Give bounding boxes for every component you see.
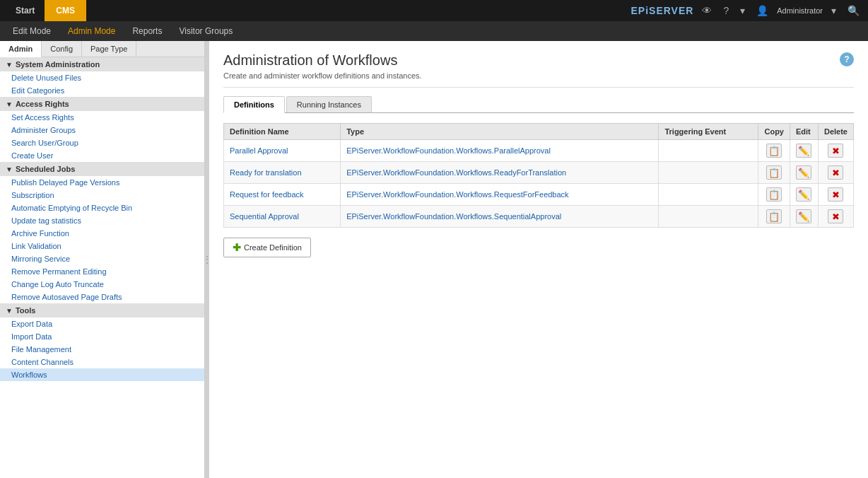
section-system-admin-label: System Administration [16, 60, 100, 69]
tab-page-type[interactable]: Page Type [82, 41, 136, 57]
def-name-link-1[interactable]: Ready for translation [230, 168, 302, 177]
table-row: Ready for translation EPiServer.Workflow… [224, 162, 854, 184]
def-name-link-0[interactable]: Parallel Approval [230, 146, 288, 155]
copy-button-0[interactable]: 📋 [766, 144, 782, 158]
cell-type-2: EPiServer.WorkflowFoundation.Workflows.R… [341, 184, 659, 206]
user-label[interactable]: Administrator [777, 6, 823, 15]
copy-button-2[interactable]: 📋 [766, 187, 782, 202]
type-link-0[interactable]: EPiServer.WorkflowFoundation.Workflows.P… [346, 146, 551, 155]
copy-icon-2: 📋 [768, 190, 780, 200]
sidebar-tabs: Admin Config Page Type [0, 41, 204, 57]
topbar-right: EPiSERVER 👁 ? ▾ 👤 Administrator ▾ 🔍 [631, 5, 862, 16]
edit-icon-1: ✏️ [798, 168, 809, 178]
nav-visitor-groups[interactable]: Visitor Groups [172, 23, 240, 39]
cell-delete-2: ✖ [818, 184, 853, 206]
copy-icon-1: 📋 [768, 168, 780, 178]
sidebar-item-import[interactable]: Import Data [0, 330, 204, 343]
col-header-triggering: Triggering Event [659, 124, 758, 140]
type-link-1[interactable]: EPiServer.WorkflowFoundation.Workflows.R… [346, 168, 566, 177]
cell-delete-0: ✖ [818, 140, 853, 162]
edit-button-0[interactable]: ✏️ [796, 144, 811, 158]
type-link-2[interactable]: EPiServer.WorkflowFoundation.Workflows.R… [346, 190, 568, 199]
edit-button-3[interactable]: ✏️ [796, 209, 811, 223]
nav-edit-mode[interactable]: Edit Mode [6, 23, 58, 39]
delete-button-1[interactable]: ✖ [828, 165, 843, 180]
edit-button-2[interactable]: ✏️ [796, 187, 811, 202]
cell-name-1: Ready for translation [224, 162, 341, 184]
sidebar-item-file-mgmt[interactable]: File Management [0, 343, 204, 356]
page-help-icon[interactable]: ? [840, 52, 854, 66]
cell-edit-3: ✏️ [790, 206, 818, 228]
eye-icon[interactable]: 👁 [699, 5, 715, 16]
sidebar-item-mirroring[interactable]: Mirroring Service [0, 252, 204, 265]
def-name-link-2[interactable]: Request for feedback [230, 190, 304, 199]
arrow-icon-tools: ▼ [6, 307, 13, 315]
cell-name-0: Parallel Approval [224, 140, 341, 162]
tab-definitions[interactable]: Definitions [223, 96, 285, 113]
page-header: Administration of Workflows Create and a… [223, 52, 854, 88]
sidebar-item-edit-categories[interactable]: Edit Categories [0, 84, 204, 97]
tab-running-instances[interactable]: Running Instances [286, 96, 372, 112]
table-row: Sequential Approval EPiServer.WorkflowFo… [224, 206, 854, 228]
table-row: Request for feedback EPiServer.WorkflowF… [224, 184, 854, 206]
copy-button-3[interactable]: 📋 [766, 209, 782, 223]
cms-button[interactable]: CMS [45, 0, 86, 21]
user-icon: 👤 [753, 5, 771, 16]
col-header-type: Type [341, 124, 659, 140]
sidebar-item-auto-empty[interactable]: Automatic Emptying of Recycle Bin [0, 202, 204, 214]
col-header-copy: Copy [758, 124, 790, 140]
content-area: Administration of Workflows Create and a… [209, 41, 868, 478]
delete-button-2[interactable]: ✖ [828, 187, 843, 202]
workflow-table: Definition Name Type Triggering Event Co… [223, 123, 854, 228]
sidebar-item-subscription[interactable]: Subscription [0, 189, 204, 202]
sidebar-item-set-access[interactable]: Set Access Rights [0, 111, 204, 124]
sidebar-item-delete-unused[interactable]: Delete Unused Files [0, 71, 204, 84]
cell-name-3: Sequential Approval [224, 206, 341, 228]
sidebar-item-administer-groups[interactable]: Administer Groups [0, 124, 204, 136]
delete-button-0[interactable]: ✖ [828, 144, 843, 158]
search-icon[interactable]: 🔍 [845, 5, 862, 16]
sidebar-item-workflows[interactable]: Workflows [0, 368, 204, 381]
arrow-icon: ▼ [6, 61, 13, 69]
sidebar-item-export[interactable]: Export Data [0, 317, 204, 330]
delete-button-3[interactable]: ✖ [828, 209, 843, 223]
nav-admin-mode[interactable]: Admin Mode [61, 23, 122, 39]
tab-admin[interactable]: Admin [0, 41, 42, 57]
delete-icon-0: ✖ [832, 146, 840, 156]
sidebar-item-content-channels[interactable]: Content Channels [0, 356, 204, 368]
sidebar-item-remove-perm[interactable]: Remove Permanent Editing [0, 265, 204, 278]
section-access-rights[interactable]: ▼ Access Rights [0, 97, 204, 111]
sidebar-item-search-user[interactable]: Search User/Group [0, 136, 204, 149]
cell-copy-0: 📋 [758, 140, 790, 162]
section-system-admin[interactable]: ▼ System Administration [0, 57, 204, 71]
sidebar-item-change-log[interactable]: Change Log Auto Truncate [0, 278, 204, 291]
sidebar-item-create-user[interactable]: Create User [0, 149, 204, 162]
sidebar-item-remove-autosaved[interactable]: Remove Autosaved Page Drafts [0, 291, 204, 303]
help-dropdown-icon[interactable]: ▾ [737, 5, 748, 16]
help-icon[interactable]: ? [720, 5, 732, 16]
cell-copy-1: 📋 [758, 162, 790, 184]
edit-icon-3: ✏️ [798, 211, 809, 222]
sidebar-item-update-tags[interactable]: Update tag statistics [0, 214, 204, 227]
cell-edit-1: ✏️ [790, 162, 818, 184]
copy-button-1[interactable]: 📋 [766, 165, 782, 180]
def-name-link-3[interactable]: Sequential Approval [230, 212, 299, 221]
create-definition-button[interactable]: ✚ Create Definition [223, 238, 311, 257]
sidebar-item-publish-delayed[interactable]: Publish Delayed Page Versions [0, 176, 204, 189]
section-tools[interactable]: ▼ Tools [0, 303, 204, 317]
section-scheduled-jobs[interactable]: ▼ Scheduled Jobs [0, 162, 204, 176]
delete-icon-3: ✖ [832, 211, 840, 222]
tab-config[interactable]: Config [42, 41, 82, 57]
start-button[interactable]: Start [6, 0, 45, 21]
sidebar-item-link-validation[interactable]: Link Validation [0, 240, 204, 252]
user-dropdown-icon[interactable]: ▾ [828, 5, 839, 16]
section-access-rights-label: Access Rights [16, 100, 69, 108]
cell-triggering-0 [659, 140, 758, 162]
nav-reports[interactable]: Reports [125, 23, 169, 39]
sidebar-item-archive[interactable]: Archive Function [0, 227, 204, 240]
type-link-3[interactable]: EPiServer.WorkflowFoundation.Workflows.S… [346, 212, 561, 221]
table-row: Parallel Approval EPiServer.WorkflowFoun… [224, 140, 854, 162]
topbar: Start CMS EPiSERVER 👁 ? ▾ 👤 Administrato… [0, 0, 868, 21]
edit-button-1[interactable]: ✏️ [796, 165, 811, 180]
cell-copy-3: 📋 [758, 206, 790, 228]
